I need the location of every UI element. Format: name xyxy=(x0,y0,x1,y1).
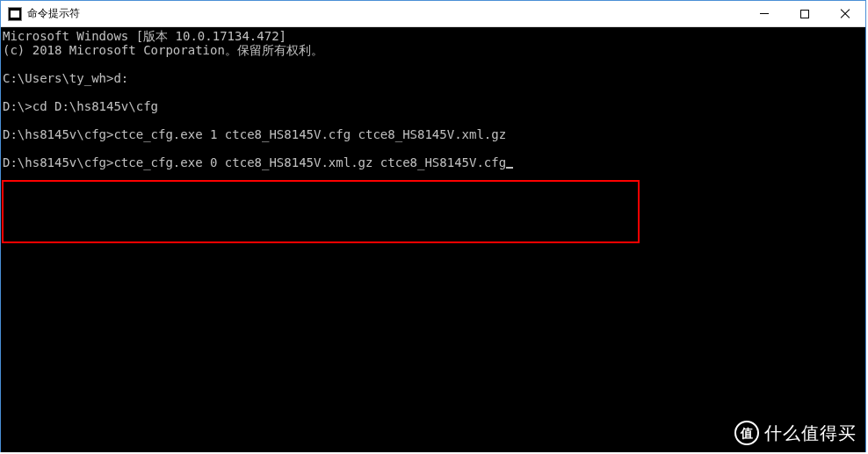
terminal-blank xyxy=(3,85,864,99)
cursor-icon xyxy=(506,167,513,169)
maximize-icon xyxy=(800,10,809,18)
minimize-button[interactable] xyxy=(744,1,785,26)
watermark-logo-icon: 值 xyxy=(734,421,759,445)
terminal-line: D:\hs8145v\cfg>ctce_cfg.exe 0 ctce8_HS81… xyxy=(3,155,864,169)
terminal-line: (c) 2018 Microsoft Corporation。保留所有权利。 xyxy=(3,43,864,57)
terminal-blank xyxy=(3,113,864,127)
titlebar[interactable]: 命令提示符 xyxy=(1,1,865,27)
minimize-icon xyxy=(760,13,769,14)
close-button[interactable] xyxy=(825,1,865,26)
maximize-button[interactable] xyxy=(785,1,825,26)
terminal-line: D:\hs8145v\cfg>ctce_cfg.exe 1 ctce8_HS81… xyxy=(3,127,864,141)
watermark-text: 什么值得买 xyxy=(764,426,857,440)
terminal-line: D:\>cd D:\hs8145v\cfg xyxy=(3,99,864,113)
terminal-command: D:\hs8145v\cfg>ctce_cfg.exe 0 ctce8_HS81… xyxy=(3,155,506,169)
terminal-line: Microsoft Windows [版本 10.0.17134.472] xyxy=(3,29,864,43)
terminal-blank xyxy=(3,57,864,71)
terminal-output[interactable]: Microsoft Windows [版本 10.0.17134.472] (c… xyxy=(1,27,865,452)
window-title: 命令提示符 xyxy=(27,6,744,21)
close-icon xyxy=(840,9,850,19)
terminal-blank xyxy=(3,141,864,155)
window-controls xyxy=(744,1,865,26)
watermark: 值 什么值得买 xyxy=(734,421,857,445)
cmd-icon xyxy=(8,7,22,21)
cmd-icon-text xyxy=(11,11,19,18)
command-prompt-window: 命令提示符 Microsoft Windows [版本 10.0.17134.4… xyxy=(0,0,866,452)
terminal-line: C:\Users\ty_wh>d: xyxy=(3,71,864,85)
highlight-annotation xyxy=(2,180,640,243)
